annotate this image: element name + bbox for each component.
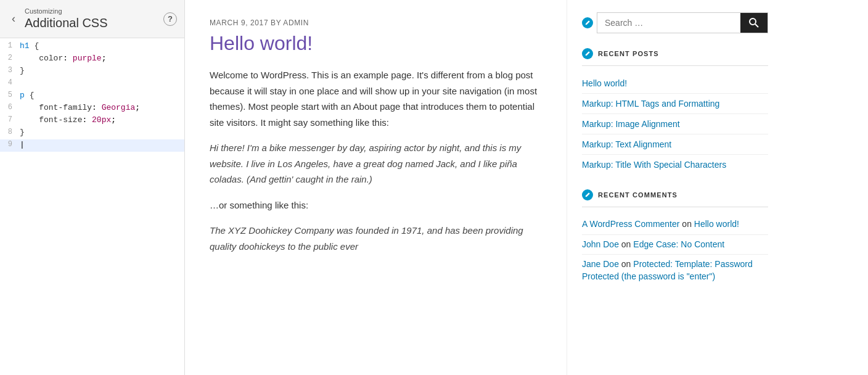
line-content: color: purple; <box>17 54 184 63</box>
comment-item-1: A WordPress Commenter on Hello world! <box>582 215 768 235</box>
right-sidebar: Recent Posts Hello world! Markup: HTML T… <box>567 0 783 375</box>
comment-item-3: Jane Doe on Protected: Template: Passwor… <box>582 255 768 286</box>
code-line-6: 6 font-family: Georgia; <box>0 102 184 115</box>
post-paragraph-3: …or something like this: <box>210 197 542 213</box>
code-line-7: 7 font-size: 20px; <box>0 115 184 127</box>
comment-on-2: on <box>621 239 631 249</box>
line-number: 9 <box>0 140 17 149</box>
post-body: Welcome to WordPress. This is an example… <box>210 67 542 254</box>
list-item: Markup: Title With Special Characters <box>582 155 768 175</box>
recent-posts-edit-icon[interactable] <box>582 48 593 59</box>
post-title: Hello world! <box>210 32 542 55</box>
search-edit-icon[interactable] <box>582 17 593 28</box>
recent-comments-widget: Recent Comments A WordPress Commenter on… <box>582 189 768 286</box>
recent-posts-list: Hello world! Markup: HTML Tags and Forma… <box>582 73 768 175</box>
post-paragraph-1: Welcome to WordPress. This is an example… <box>210 67 542 130</box>
comment-post-2[interactable]: Edge Case: No Content <box>633 239 724 249</box>
pencil-icon <box>584 20 591 26</box>
line-number: 2 <box>0 54 17 62</box>
line-content: } <box>17 128 184 137</box>
list-item: Markup: Text Alignment <box>582 134 768 155</box>
svg-line-1 <box>755 24 758 27</box>
line-content: font-family: Georgia; <box>17 103 184 112</box>
recent-comments-edit-icon[interactable] <box>582 189 593 200</box>
comment-author-2[interactable]: John Doe <box>582 239 619 249</box>
customizer-panel: ‹ Customizing Additional CSS ? 1 h1 { 2 … <box>0 0 185 375</box>
recent-posts-header: Recent Posts <box>582 48 768 66</box>
pencil-icon <box>584 51 591 57</box>
recent-post-link-4[interactable]: Markup: Text Alignment <box>582 139 671 149</box>
comment-on-1: on <box>682 219 692 229</box>
recent-comments-header: Recent Comments <box>582 189 768 207</box>
line-content: | <box>17 140 184 149</box>
post-meta: March 9, 2017 by Admin <box>210 19 542 27</box>
back-button[interactable]: ‹ <box>5 10 22 28</box>
line-content: h1 { <box>17 41 184 51</box>
line-number: 1 <box>0 41 17 50</box>
line-number: 6 <box>0 103 17 112</box>
list-item: Markup: HTML Tags and Formatting <box>582 94 768 114</box>
recent-post-link-5[interactable]: Markup: Title With Special Characters <box>582 160 726 170</box>
comment-author-1[interactable]: A WordPress Commenter <box>582 219 679 229</box>
search-icon <box>749 18 759 28</box>
line-number: 5 <box>0 91 17 99</box>
search-bar <box>582 12 768 33</box>
svg-point-0 <box>750 19 756 25</box>
comment-author-3[interactable]: Jane Doe <box>582 259 619 269</box>
code-line-4: 4 <box>0 78 184 90</box>
comment-on-3: on <box>621 259 631 269</box>
recent-posts-widget: Recent Posts Hello world! Markup: HTML T… <box>582 48 768 175</box>
comment-post-1[interactable]: Hello world! <box>694 219 739 229</box>
panel-header: ‹ Customizing Additional CSS ? <box>0 0 184 38</box>
line-content: p { <box>17 91 184 100</box>
recent-posts-title: Recent Posts <box>598 50 659 57</box>
post-paragraph-2: Hi there! I'm a bike messenger by day, a… <box>210 140 542 188</box>
post-paragraph-4: The XYZ Doohickey Company was founded in… <box>210 223 542 254</box>
recent-post-link-3[interactable]: Markup: Image Alignment <box>582 119 680 129</box>
customizing-label: Customizing <box>25 7 174 15</box>
panel-title: Additional CSS <box>25 16 174 30</box>
code-line-8: 8 } <box>0 127 184 139</box>
search-input[interactable] <box>597 13 740 33</box>
search-button[interactable] <box>740 13 768 33</box>
comment-item-2: John Doe on Edge Case: No Content <box>582 235 768 255</box>
code-line-5: 5 p { <box>0 90 184 102</box>
list-item: Markup: Image Alignment <box>582 114 768 134</box>
list-item: Hello world! <box>582 73 768 94</box>
recent-comments-list: A WordPress Commenter on Hello world! Jo… <box>582 215 768 286</box>
recent-comments-title: Recent Comments <box>598 191 678 199</box>
code-line-9[interactable]: 9 | <box>0 139 184 152</box>
line-number: 8 <box>0 128 17 136</box>
line-content: } <box>17 66 184 75</box>
recent-post-link-2[interactable]: Markup: HTML Tags and Formatting <box>582 99 719 109</box>
code-line-1: 1 h1 { <box>0 41 184 53</box>
line-number: 7 <box>0 115 17 124</box>
code-line-3: 3 } <box>0 65 184 78</box>
line-number: 4 <box>0 78 17 87</box>
pencil-icon <box>584 192 591 198</box>
main-content: March 9, 2017 by Admin Hello world! Welc… <box>185 0 567 375</box>
recent-post-link-1[interactable]: Hello world! <box>582 78 627 88</box>
line-content: font-size: 20px; <box>17 115 184 125</box>
search-input-wrap <box>597 12 768 33</box>
line-number: 3 <box>0 66 17 75</box>
help-button[interactable]: ? <box>163 12 177 26</box>
code-line-2: 2 color: purple; <box>0 53 184 65</box>
css-code-editor[interactable]: 1 h1 { 2 color: purple; 3 } 4 5 p { 6 fo… <box>0 38 184 375</box>
search-widget <box>582 12 768 33</box>
